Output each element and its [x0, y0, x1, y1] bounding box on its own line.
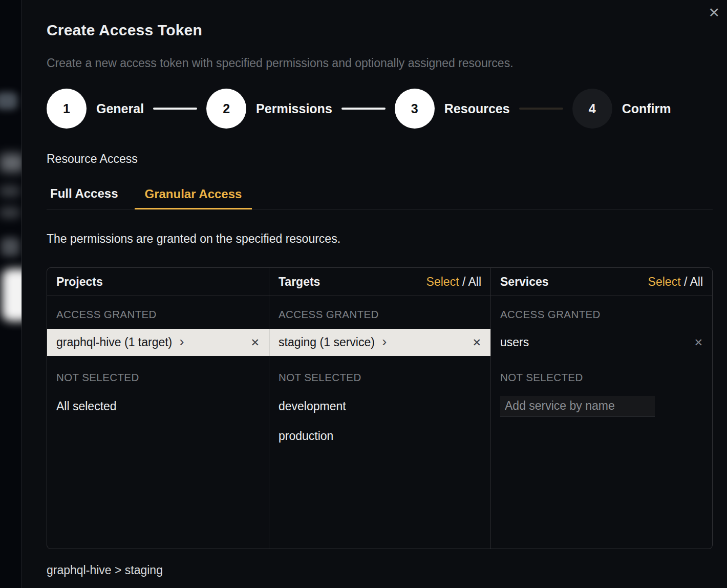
create-access-token-modal: ✕ Create Access Token Create a new acces… — [22, 0, 727, 588]
stepper-step-resources[interactable]: 3 Resources — [395, 89, 510, 129]
targets-column: Targets Select / All ACCESS GRANTED stag… — [269, 268, 490, 549]
targets-column-header: Targets Select / All — [269, 268, 490, 296]
target-item-production[interactable]: production — [279, 429, 481, 443]
targets-select-all: Select / All — [426, 275, 481, 289]
projects-all-selected-note: All selected — [56, 399, 260, 413]
services-column-title: Services — [500, 275, 549, 289]
stepper-step-permissions[interactable]: 2 Permissions — [206, 89, 332, 129]
modal-title: Create Access Token — [47, 22, 713, 39]
granted-service-row: users ✕ — [491, 329, 712, 356]
not-selected-label: NOT SELECTED — [279, 371, 481, 384]
services-column-header: Services Select / All — [491, 268, 712, 296]
services-all-link[interactable]: All — [690, 275, 703, 288]
stepper-step-confirm[interactable]: 4 Confirm — [572, 89, 671, 129]
close-icon[interactable]: ✕ — [708, 6, 720, 20]
tab-granular-access[interactable]: Granular Access — [135, 187, 252, 209]
select-all-separator: / — [459, 275, 468, 288]
step-label: General — [96, 101, 144, 116]
backdrop-blur-blob — [1, 238, 19, 256]
remove-service-icon[interactable]: ✕ — [694, 337, 703, 348]
breadcrumb: graphql-hive > staging — [47, 563, 713, 577]
modal-subtitle: Create a new access token with specified… — [47, 56, 713, 70]
step-label: Resources — [444, 101, 510, 116]
select-all-separator: / — [681, 275, 690, 288]
stepper: 1 General 2 Permissions 3 Resources 4 Co… — [47, 89, 713, 129]
granted-project-row[interactable]: graphql-hive (1 target) › ✕ — [47, 329, 269, 356]
granular-access-description: The permissions are granted on the speci… — [47, 232, 713, 246]
backdrop-blur-blob — [0, 154, 24, 172]
stepper-connector — [341, 108, 386, 110]
background-page — [0, 0, 22, 588]
targets-column-title: Targets — [279, 275, 320, 289]
granted-target-row[interactable]: staging (1 service) › ✕ — [269, 329, 490, 356]
stepper-step-general[interactable]: 1 General — [47, 89, 144, 129]
tab-full-access[interactable]: Full Access — [47, 186, 121, 209]
access-granted-label: ACCESS GRANTED — [279, 308, 481, 321]
remove-project-icon[interactable]: ✕ — [250, 337, 260, 348]
services-select-link[interactable]: Select — [648, 275, 681, 288]
projects-column-title: Projects — [56, 275, 103, 289]
stepper-connector — [153, 108, 197, 110]
targets-select-link[interactable]: Select — [426, 275, 459, 288]
granted-project-name: graphql-hive (1 target) — [56, 335, 172, 349]
step-number-circle: 1 — [47, 89, 87, 129]
resource-access-heading: Resource Access — [47, 152, 713, 166]
target-item-development[interactable]: development — [279, 399, 481, 413]
step-label: Permissions — [256, 101, 332, 116]
projects-column: Projects ACCESS GRANTED graphql-hive (1 … — [47, 268, 269, 549]
services-column: Services Select / All ACCESS GRANTED use… — [490, 268, 712, 549]
access-granted-label: ACCESS GRANTED — [500, 308, 703, 321]
granted-service-name: users — [500, 335, 529, 349]
step-number-circle: 2 — [206, 89, 246, 129]
resource-access-tabs: Full Access Granular Access — [47, 186, 713, 209]
step-number-circle: 4 — [572, 89, 612, 129]
resource-picker: Projects ACCESS GRANTED graphql-hive (1 … — [47, 267, 713, 549]
chevron-right-icon: › — [382, 334, 387, 349]
projects-column-header: Projects — [47, 268, 269, 296]
services-select-all: Select / All — [648, 275, 703, 289]
not-selected-label: NOT SELECTED — [500, 371, 703, 384]
backdrop-blur-blob — [0, 92, 17, 110]
step-number-circle: 3 — [395, 89, 435, 129]
backdrop-blur-blob — [0, 207, 19, 218]
access-granted-label: ACCESS GRANTED — [56, 308, 260, 321]
granted-target-name: staging (1 service) — [279, 335, 375, 349]
stepper-connector — [519, 108, 563, 110]
remove-target-icon[interactable]: ✕ — [472, 337, 481, 348]
chevron-right-icon: › — [179, 334, 184, 349]
backdrop-blur-blob — [0, 185, 19, 197]
not-selected-label: NOT SELECTED — [56, 371, 260, 384]
add-service-input[interactable] — [500, 396, 655, 416]
step-label: Confirm — [622, 101, 671, 116]
targets-all-link[interactable]: All — [468, 275, 481, 288]
